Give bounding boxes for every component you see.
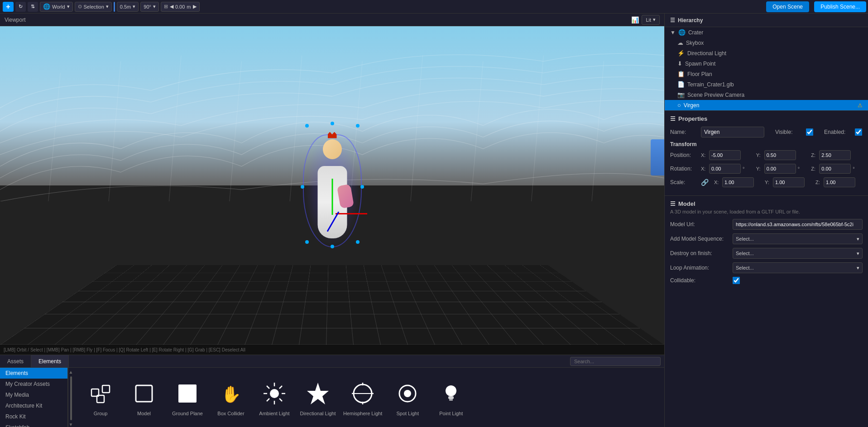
viewport-hints: [LMB] Orbit / Select | [MMB] Pan | [RMB]… xyxy=(0,345,664,355)
model-label: Model xyxy=(137,411,151,416)
sidebar-item-creator-assets[interactable]: My Creator Assets xyxy=(0,379,67,389)
angle-dropdown[interactable]: 90° ▾ xyxy=(140,2,159,12)
position-x-input[interactable] xyxy=(709,150,741,160)
model-title: Model xyxy=(678,200,695,207)
model-url-input[interactable] xyxy=(733,219,863,230)
publish-button[interactable]: Publish Scene... xyxy=(814,1,866,12)
elements-tab[interactable]: Elements xyxy=(31,355,69,367)
properties-header: ☰ Properties xyxy=(670,115,863,122)
spawn-icon: ⬇ xyxy=(677,60,682,67)
destroy-select[interactable]: Select... ▾ xyxy=(733,248,863,259)
model-section: ☰ Model A 3D model in your scene, loaded… xyxy=(665,196,868,292)
rz-label: Z: xyxy=(811,166,817,171)
skybox-label: Skybox xyxy=(686,40,704,46)
assets-scrollbar[interactable]: ▲ ▼ xyxy=(68,368,73,427)
scale-link-icon: 🔗 xyxy=(701,179,709,186)
snap-dropdown[interactable]: 0.5m ▾ xyxy=(117,2,139,12)
dir-light-icon: ⚡ xyxy=(677,50,685,57)
rotation-x-input[interactable] xyxy=(709,164,741,174)
rotation-z-input[interactable] xyxy=(819,164,851,174)
hierarchy-item-directional-light[interactable]: ⚡ Directional Light xyxy=(665,48,868,58)
element-spot-light[interactable]: Spot Light xyxy=(389,379,426,416)
search-input[interactable] xyxy=(570,357,661,366)
assets-sidebar: Elements My Creator Assets My Media Arch… xyxy=(0,368,68,427)
toolbar: + ↻ ⇅ 🌐 World ▾ ⊙ Selection ▾ 0.5m ▾ 90°… xyxy=(0,0,868,14)
selection-handle xyxy=(331,122,334,125)
visible-checkbox[interactable] xyxy=(806,128,813,136)
svg-line-8 xyxy=(532,56,544,202)
destroy-placeholder: Select... xyxy=(736,251,754,256)
hierarchy-item-scene-camera[interactable]: 📷 Scene Preview Camera xyxy=(665,90,868,100)
element-ground-plane[interactable]: Ground Plane xyxy=(169,379,206,416)
viewport-canvas[interactable] xyxy=(0,26,664,345)
selection-dropdown[interactable]: ⊙ Selection ▾ xyxy=(75,2,112,12)
element-group[interactable]: Group xyxy=(82,379,119,416)
transform-title: Transform xyxy=(670,141,863,147)
add-button[interactable]: + xyxy=(3,2,14,12)
hierarchy-item-spawn-point[interactable]: ⬇ Spawn Point xyxy=(665,58,868,69)
scroll-down-arrow[interactable]: ▼ xyxy=(69,422,73,427)
element-box-collider[interactable]: ✋ Box Collider xyxy=(213,379,249,416)
name-input[interactable] xyxy=(701,127,764,138)
selection-handle xyxy=(331,245,334,248)
open-scene-button[interactable]: Open Scene xyxy=(766,1,809,12)
loop-select[interactable]: Select... ▾ xyxy=(733,262,863,273)
hierarchy-section: ☰ Hierarchy ▼ 🌐 Crater ☁ Skybox ⚡ Direct… xyxy=(665,14,868,111)
element-directional-light[interactable]: Directional Light xyxy=(300,379,336,416)
hierarchy-item-terrain[interactable]: 📄 Terrain_Crater1.glb xyxy=(665,79,868,90)
collidable-checkbox[interactable] xyxy=(733,277,740,284)
element-point-light[interactable]: Point Light xyxy=(433,379,469,416)
sidebar-item-elements[interactable]: Elements xyxy=(0,368,67,379)
sidebar-item-architecture-kit[interactable]: Architecture Kit xyxy=(0,400,67,411)
svg-rect-35 xyxy=(448,396,454,399)
sidebar-item-my-media[interactable]: My Media xyxy=(0,389,67,400)
y-label: Y: xyxy=(756,152,762,158)
camera-icon: 📷 xyxy=(677,91,685,98)
sidebar-item-rock-kit[interactable]: Rock Kit xyxy=(0,411,67,422)
position-x-group: X: xyxy=(701,150,753,160)
position-row: Position: X: Y: Z: xyxy=(670,150,863,160)
sort-button[interactable]: ⇅ xyxy=(28,2,38,12)
directional-light-label: Directional Light xyxy=(300,411,336,416)
hierarchy-item-skybox[interactable]: ☁ Skybox xyxy=(665,38,868,48)
element-hemisphere-light[interactable]: Hemisphere Light xyxy=(343,379,382,416)
selection-handle xyxy=(360,185,364,189)
hierarchy-item-floor-plan[interactable]: 📋 Floor Plan xyxy=(665,69,868,79)
element-model[interactable]: Model xyxy=(126,379,162,416)
svg-line-22 xyxy=(279,399,282,401)
scale-x-input[interactable] xyxy=(722,177,754,187)
snap-label: 0.5m xyxy=(120,4,131,9)
model-sequence-select[interactable]: Select... ▾ xyxy=(733,233,863,244)
scale-y-input[interactable] xyxy=(773,177,805,187)
refresh-button[interactable]: ↻ xyxy=(15,2,26,12)
model-description: A 3D model in your scene, loaded from a … xyxy=(670,209,863,214)
lit-dropdown[interactable]: Lit ▾ xyxy=(642,15,660,25)
point-light-label: Point Light xyxy=(439,411,463,416)
hierarchy-item-virgen[interactable]: ○ Virgen ⚠ xyxy=(665,100,868,110)
scale-y-group: Y: xyxy=(765,177,812,187)
scale-z-input[interactable] xyxy=(824,177,855,187)
rotation-label: Rotation: xyxy=(670,166,697,172)
coord-dropdown[interactable]: ⊞ ◀ 0.00 m ▶ xyxy=(161,2,200,12)
group-icon xyxy=(86,379,115,408)
assets-tab[interactable]: Assets xyxy=(0,355,31,367)
position-y-input[interactable] xyxy=(764,150,796,160)
svg-line-24 xyxy=(279,386,282,389)
world-dropdown[interactable]: 🌐 World ▾ xyxy=(40,2,73,12)
rotation-y-input[interactable] xyxy=(764,164,796,174)
box-collider-icon: ✋ xyxy=(216,379,245,408)
position-label: Position: xyxy=(670,152,697,158)
hierarchy-item-crater[interactable]: ▼ 🌐 Crater xyxy=(665,27,868,38)
loop-chevron: ▾ xyxy=(857,265,859,271)
floor-plan-label: Floor Plan xyxy=(687,71,712,77)
scroll-up-arrow[interactable]: ▲ xyxy=(69,370,73,375)
model-section-icon: ☰ xyxy=(670,200,676,207)
enabled-checkbox[interactable] xyxy=(855,128,862,136)
sidebar-item-sketchfab[interactable]: Sketchfab xyxy=(0,422,67,427)
position-z-input[interactable] xyxy=(819,150,851,160)
degree-x: ° xyxy=(743,166,744,171)
virgen-icon: ○ xyxy=(677,102,681,109)
element-ambient-light[interactable]: Ambient Light xyxy=(256,379,293,416)
hemisphere-light-label: Hemisphere Light xyxy=(343,411,382,416)
position-y-group: Y: xyxy=(756,150,808,160)
